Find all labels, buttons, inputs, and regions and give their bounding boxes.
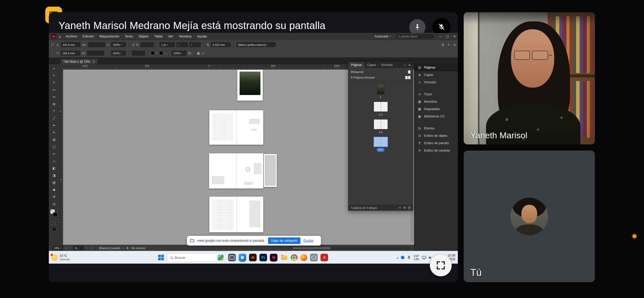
hidden-icons-chevron[interactable]: ▴ bbox=[397, 256, 398, 259]
taskbar-search[interactable]: Buscar bbox=[167, 253, 225, 262]
gap-tool[interactable]: ↔ bbox=[49, 93, 59, 100]
rectangle-tool[interactable]: ▢ bbox=[49, 143, 59, 150]
horizontal-scrollbar[interactable] bbox=[291, 247, 411, 250]
master-page-row[interactable]: [Ninguna] bbox=[348, 69, 413, 75]
edit-page-size-icon[interactable]: ▭ bbox=[398, 206, 401, 209]
home-icon[interactable]: ⌂ bbox=[59, 34, 61, 38]
rotate-ccw-icon[interactable]: ↺ bbox=[132, 43, 134, 47]
page-number-field[interactable]: 6▾ bbox=[73, 246, 84, 250]
collapse-panels-icon[interactable]: » bbox=[49, 65, 59, 72]
dock-capas[interactable]: ◈ Capas bbox=[414, 71, 458, 78]
delete-page-icon[interactable] bbox=[408, 206, 411, 209]
document-page[interactable] bbox=[236, 197, 264, 232]
gap-field[interactable]: 4.233 mm bbox=[211, 42, 231, 47]
corner-options-icon[interactable]: ▭ bbox=[202, 51, 204, 55]
fullscreen-button[interactable] bbox=[430, 254, 452, 276]
illustrator-icon[interactable]: Ai bbox=[249, 254, 257, 261]
gradient-tool[interactable]: ◧ bbox=[49, 165, 59, 172]
firefox-icon[interactable] bbox=[300, 254, 307, 261]
panel-options-icon[interactable]: ≡ bbox=[453, 43, 456, 47]
first-page-icon[interactable]: « bbox=[66, 247, 67, 249]
spread-pages-6-7[interactable] bbox=[209, 197, 263, 232]
dock-paginas[interactable]: ▤ Páginas bbox=[414, 64, 458, 71]
screen-mode-button[interactable] bbox=[52, 227, 56, 231]
width-field[interactable] bbox=[88, 42, 105, 47]
screen-share-indicator-icon[interactable] bbox=[401, 256, 404, 259]
dock-bibliotecas-cc[interactable]: ▣ Bibliotecas CC bbox=[414, 113, 458, 120]
menu-item[interactable]: Ventana bbox=[179, 34, 192, 38]
spread-thumbnail-row[interactable]: 2-3 bbox=[348, 102, 413, 117]
utility-app-icon[interactable] bbox=[310, 254, 318, 261]
document-tab[interactable]: *Sin título-1 @ 13% × bbox=[61, 59, 98, 64]
rotate-cw-icon[interactable]: ↻ bbox=[136, 43, 139, 47]
menu-item[interactable]: Archivo bbox=[66, 34, 77, 38]
photoshop-icon[interactable]: Ps bbox=[259, 254, 267, 261]
x-field[interactable]: 341.9 mm bbox=[61, 42, 80, 47]
panel-menu-icon[interactable]: ≡ bbox=[408, 63, 411, 67]
next-page-icon[interactable]: › bbox=[86, 247, 87, 249]
start-button[interactable] bbox=[158, 255, 164, 260]
language-indicator[interactable]: ESP LAA bbox=[414, 254, 419, 261]
quick-apply-icon[interactable]: ϟ bbox=[448, 43, 450, 47]
spread-pages-4-5[interactable] bbox=[209, 153, 263, 188]
height-field[interactable] bbox=[87, 51, 104, 56]
document-page[interactable] bbox=[209, 110, 236, 145]
stroke-swatch[interactable] bbox=[53, 212, 57, 217]
spread-pages-2-3[interactable] bbox=[209, 110, 263, 145]
preflight-profile[interactable]: [Básico] (usado) bbox=[99, 247, 120, 250]
dock-vinculos[interactable]: ∞ Vínculos bbox=[414, 78, 458, 86]
panel-tab[interactable]: Páginas bbox=[348, 62, 364, 68]
text-wrap-icon[interactable]: ▣ bbox=[197, 51, 200, 55]
page-tool[interactable]: ▭ bbox=[49, 86, 59, 93]
participant-tile-yaneth[interactable]: Yaneth Marisol bbox=[464, 12, 595, 144]
rectangle-frame-tool[interactable]: ⊠ bbox=[49, 136, 59, 143]
hand-tool[interactable]: Ψ bbox=[49, 193, 59, 200]
apply-none-icon[interactable] bbox=[55, 222, 58, 225]
hide-share-bar-link[interactable]: Ocultar bbox=[303, 239, 314, 242]
document-page[interactable] bbox=[236, 110, 264, 145]
close-icon[interactable]: ✕ bbox=[453, 35, 456, 38]
document-page[interactable] bbox=[209, 197, 236, 232]
cast-icon[interactable] bbox=[422, 256, 426, 259]
shear-field[interactable] bbox=[132, 51, 145, 56]
menu-item[interactable]: Texto bbox=[125, 34, 133, 38]
rotation-field[interactable] bbox=[140, 42, 154, 47]
panel-tab[interactable]: Vínculos bbox=[378, 62, 395, 68]
zoom-level-field[interactable]: 13%▾ bbox=[52, 246, 63, 250]
maximize-icon[interactable]: ▢ bbox=[446, 35, 449, 38]
menu-item[interactable]: Maquetación bbox=[99, 34, 119, 38]
volume-icon[interactable] bbox=[428, 256, 432, 259]
scrollbar-thumb[interactable] bbox=[292, 247, 331, 249]
selection-tool[interactable]: ↖ bbox=[49, 72, 59, 79]
opacity-field[interactable]: 100%▾ bbox=[172, 51, 186, 56]
panel-tab[interactable]: Capas bbox=[364, 62, 378, 68]
stroke-end-field[interactable]: ▾ bbox=[189, 42, 201, 47]
dock-muestras[interactable]: ▦ Muestras bbox=[414, 98, 458, 105]
document-page[interactable] bbox=[237, 70, 263, 101]
prev-page-icon[interactable]: ‹ bbox=[70, 247, 71, 249]
stroke-weight-field[interactable]: 1 pt▾ bbox=[159, 42, 175, 47]
fill-color-swatch[interactable] bbox=[151, 51, 155, 55]
minimize-icon[interactable]: — bbox=[439, 35, 442, 38]
spread-thumbnail[interactable] bbox=[374, 102, 388, 112]
file-explorer-icon[interactable] bbox=[280, 254, 288, 261]
menu-item[interactable]: Tabla bbox=[154, 34, 163, 38]
stop-sharing-button[interactable]: Dejar de compartir bbox=[268, 237, 300, 244]
type-tool[interactable]: T bbox=[49, 107, 59, 115]
document-page[interactable] bbox=[236, 153, 263, 188]
mic-tray-icon[interactable] bbox=[407, 255, 411, 260]
object-style-dropdown[interactable]: [Marco gráfico básico]▾ bbox=[237, 42, 276, 47]
free-transform-tool[interactable]: ◇ bbox=[49, 157, 59, 165]
apply-color-icon[interactable] bbox=[50, 222, 53, 225]
menu-item[interactable]: Ayuda bbox=[197, 34, 207, 38]
menu-item[interactable]: Edición bbox=[83, 34, 94, 38]
scissors-tool[interactable]: ✂ bbox=[49, 150, 59, 157]
spread-thumbnail-row[interactable]: 6-7 bbox=[348, 137, 413, 152]
scale-x-field[interactable]: 100%▾ bbox=[111, 42, 126, 47]
spread-page-1[interactable] bbox=[237, 70, 263, 101]
spread-thumbnail-row[interactable]: 4-5 bbox=[348, 119, 413, 134]
direct-selection-tool[interactable]: ⇖ bbox=[49, 79, 59, 86]
note-tool[interactable]: ▤ bbox=[49, 179, 59, 186]
zoom-tool[interactable]: ◎ bbox=[49, 200, 59, 207]
gradient-feather-tool[interactable]: ◨ bbox=[49, 172, 59, 179]
